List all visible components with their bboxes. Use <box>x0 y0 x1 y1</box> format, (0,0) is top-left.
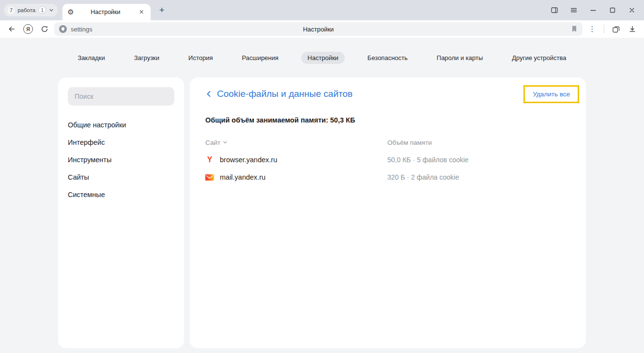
yandex-logo-icon[interactable]: Я <box>21 22 35 36</box>
settings-page: Закладки Загрузки История Расширения Нас… <box>0 38 644 353</box>
toolbar-divider <box>604 25 604 33</box>
browser-toolbar: Я settings Настройки ⋮ <box>0 20 644 38</box>
sidebar-item-system[interactable]: Системные <box>68 186 174 203</box>
site-name: browser.yandex.ru <box>220 156 277 164</box>
tab-group-label: работа <box>17 7 35 13</box>
minimize-icon[interactable] <box>586 3 600 17</box>
nav-item-security[interactable]: Безопасность <box>361 52 414 64</box>
search-input[interactable] <box>68 87 174 106</box>
side-panel-icon[interactable] <box>547 3 562 17</box>
highlight-annotation: Удалить все <box>523 85 579 103</box>
nav-item-history[interactable]: История <box>182 52 219 64</box>
new-tab-button[interactable]: + <box>155 4 168 16</box>
table-row[interactable]: Y browser.yandex.ru 50,0 КБ · 5 файлов c… <box>205 151 570 169</box>
sidebar-item-general[interactable]: Общие настройки <box>68 116 174 134</box>
protect-shield-icon[interactable] <box>59 25 67 33</box>
tab-title: Настройки <box>78 9 134 15</box>
window-controls <box>547 3 644 17</box>
tab-group-count: 7 <box>8 7 15 14</box>
settings-top-nav: Закладки Загрузки История Расширения Нас… <box>0 38 644 65</box>
cards-container: Общие настройки Интерфейс Инструменты Са… <box>58 77 586 348</box>
cookies-panel: Cookie-файлы и данные сайтов Удалить все… <box>190 77 586 348</box>
yandex-mail-favicon <box>205 173 214 182</box>
nav-item-settings[interactable]: Настройки <box>301 52 345 64</box>
more-options-icon[interactable]: ⋮ <box>585 22 599 36</box>
back-icon[interactable] <box>5 22 18 36</box>
site-cell: Y browser.yandex.ru <box>205 155 387 164</box>
nav-item-extensions[interactable]: Расширения <box>235 52 285 64</box>
collections-icon[interactable] <box>609 22 623 36</box>
sort-chevron-icon <box>223 140 228 145</box>
panel-header: Cookie-файлы и данные сайтов Удалить все <box>205 84 570 104</box>
sidebar-item-sites[interactable]: Сайты <box>68 169 174 186</box>
back-chevron-icon[interactable] <box>205 90 212 98</box>
panel-title: Cookie-файлы и данные сайтов <box>217 89 353 99</box>
url-text: settings <box>71 26 92 33</box>
cookie-table: Сайт Объём памяти Y browser.yandex.ru 5 <box>205 138 570 186</box>
tab-strip: 7 работа 1 ⚙ Настройки × + <box>0 0 644 20</box>
total-memory-text: Общий объём занимаемой памяти: 50,3 КБ <box>205 116 570 124</box>
tab-close-icon[interactable]: × <box>137 8 146 16</box>
column-site[interactable]: Сайт <box>205 139 387 146</box>
site-cell: mail.yandex.ru <box>205 173 387 182</box>
site-size: 50,0 КБ · 5 файлов cookie <box>387 156 570 164</box>
nav-item-bookmarks[interactable]: Закладки <box>71 52 111 64</box>
sidebar-item-interface[interactable]: Интерфейс <box>68 134 174 151</box>
maximize-icon[interactable] <box>605 3 620 17</box>
sidebar-item-tools[interactable]: Инструменты <box>68 151 174 169</box>
close-window-icon[interactable] <box>625 3 639 17</box>
address-bar[interactable]: settings Настройки <box>54 22 583 36</box>
site-size: 320 Б · 2 файла cookie <box>387 173 570 181</box>
table-row[interactable]: mail.yandex.ru 320 Б · 2 файла cookie <box>205 169 570 186</box>
downloads-icon[interactable] <box>626 22 639 36</box>
settings-sidebar: Общие настройки Интерфейс Инструменты Са… <box>58 77 184 348</box>
nav-item-downloads[interactable]: Загрузки <box>128 52 166 64</box>
sidebar-menu: Общие настройки Интерфейс Инструменты Са… <box>68 116 174 203</box>
bookmark-icon[interactable] <box>571 25 578 33</box>
table-header: Сайт Объём памяти <box>205 138 570 147</box>
site-name: mail.yandex.ru <box>220 173 265 181</box>
tab-group-pill[interactable]: 7 работа 1 <box>4 4 58 16</box>
tab-group-badge: 1 <box>38 6 46 14</box>
nav-item-passwords[interactable]: Пароли и карты <box>430 52 490 64</box>
delete-all-button[interactable]: Удалить все <box>525 87 578 102</box>
gear-icon: ⚙ <box>67 9 74 16</box>
menu-icon[interactable] <box>567 3 581 17</box>
chevron-down-icon <box>49 8 54 13</box>
browser-window: 7 работа 1 ⚙ Настройки × + <box>0 0 644 353</box>
nav-item-other-devices[interactable]: Другие устройства <box>506 52 572 64</box>
page-title: Настройки <box>54 26 583 33</box>
tab-settings[interactable]: ⚙ Настройки × <box>62 4 151 20</box>
column-size: Объём памяти <box>387 139 570 146</box>
refresh-icon[interactable] <box>38 22 51 36</box>
column-site-label: Сайт <box>205 139 220 146</box>
yandex-browser-favicon: Y <box>205 155 214 164</box>
